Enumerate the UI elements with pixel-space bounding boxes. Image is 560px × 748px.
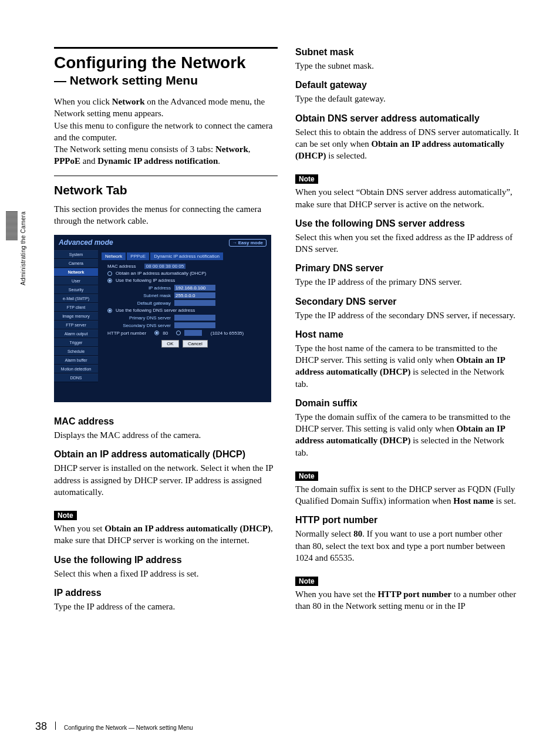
note-badge: Note [54,511,77,520]
ss-mac-value: 08 00 08 38 00 05 [144,264,186,269]
heading-obtain-dns: Obtain DNS server address automatically [295,113,519,124]
ss-sidebar-item[interactable]: Schedule [54,347,98,356]
footer-title: Configuring the Network — Network settin… [64,725,193,731]
ss-http-label: HTTP port number [107,331,146,336]
network-tab-desc: This section provides the menus for conn… [54,203,278,227]
http-custom-radio[interactable] [176,331,181,335]
side-chapter-label: Administrating the Camera [20,211,26,285]
dns-static-radio[interactable] [107,308,112,313]
static-ip-radio[interactable] [107,278,112,283]
ss-http-80: 80 [163,331,168,336]
heading-secondary-dns: Secondary DNS server [295,296,519,307]
text-host-name: Type the host name of the camera to be t… [295,342,519,390]
page-footer: 38 Configuring the Network — Network set… [35,720,193,733]
ss-sidebar-item[interactable]: Network [54,268,98,277]
text-obtain-dns: Select this to obtain the address of DNS… [295,126,519,162]
ss-sidebar-item[interactable]: Security [54,285,98,294]
heading-host-name: Host name [295,329,519,340]
page-edge-marks: Administrating the Camera [6,211,26,285]
easy-mode-button[interactable]: → Easy mode [229,239,266,247]
ss-http-range: (1024 to 65535) [211,331,244,336]
ss-sidebar-item[interactable]: FTP client [54,303,98,312]
ss-opt-static: Use the following IP address [116,278,175,283]
text-use-dns: Select this when you set the fixed addre… [295,231,519,255]
title-block: Configuring the Network — Network settin… [54,47,278,87]
ss-opt-dns: Use the following DNS server address [116,308,195,313]
heading-network-tab: Network Tab [54,183,278,197]
ss-mode-title: Advanced mode [59,238,113,247]
ss-sidebar-item[interactable]: Image memory [54,312,98,321]
page-title: Configuring the Network [54,53,278,72]
ss-sidebar-item[interactable]: FTP server [54,321,98,329]
ss-http-input[interactable] [184,330,202,336]
note-dhcp: When you set Obtain an IP address automa… [54,523,278,547]
ss-sidebar-item[interactable]: Trigger [54,338,98,347]
note-badge: Note [295,174,318,184]
heading-use-ip: Use the following IP address [54,555,278,565]
text-gateway: Type the default gateway. [295,93,519,105]
heading-mac-address: MAC address [54,416,278,427]
ss-tab[interactable]: Network [102,252,126,260]
ss-mask-input[interactable] [174,292,215,298]
text-primary-dns: Type the IP address of the primary DNS s… [295,276,519,288]
note-badge: Note [295,471,318,481]
note-badge: Note [295,577,318,586]
ss-sidebar-item[interactable]: System [54,250,98,259]
ss-ip-label: IP address [119,285,171,291]
ss-sdns-label: Secondary DNS server [119,323,171,328]
ss-sidebar-item[interactable]: User [54,277,98,285]
ss-sidebar-item[interactable]: Alarm output [54,329,98,338]
ss-sidebar-item[interactable]: Camera [54,259,98,268]
heading-use-dns: Use the following DNS server address [295,218,519,229]
right-column: Subnet mask Type the subnet mask. Defaul… [295,47,519,621]
ss-sidebar-item[interactable]: Motion detection [54,365,98,373]
heading-domain-suffix: Domain suffix [295,398,519,409]
text-use-ip: Select this when a fixed IP address is s… [54,568,278,579]
ss-ok-button[interactable]: OK [161,340,179,348]
text-secondary-dns: Type the IP address of the secondary DNS… [295,309,519,321]
ss-opt-dhcp: Obtain an IP address automatically (DHCP… [116,271,206,276]
text-domain-suffix: Type the domain suffix of the camera to … [295,411,519,459]
ss-cancel-button[interactable]: Cancel [183,340,208,348]
text-mac-address: Displays the MAC address of the camera. [54,429,278,441]
ss-sidebar-item[interactable]: e-Mail (SMTP) [54,294,98,303]
text-http-port: Normally select 80. If you want to use a… [295,528,519,564]
ss-mac-label: MAC address [107,264,136,269]
note-http-port: When you have set the HTTP port number t… [295,588,519,612]
decorative-lines [6,211,18,240]
text-ip-address: Type the IP address of the camera. [54,601,278,612]
ss-sdns-input[interactable] [174,322,215,328]
ss-sidebar-item[interactable]: DDNS [54,373,98,382]
ss-mask-label: Subnet mask [119,293,171,298]
ss-tab[interactable]: PPPoE [127,252,149,260]
text-dhcp: DHCP server is installed on the network.… [54,462,278,498]
heading-ip-address: IP address [54,588,278,598]
ss-pdns-input[interactable] [174,315,215,321]
ss-gateway-input[interactable] [174,300,215,306]
ss-gateway-label: Default gateway [119,301,171,306]
intro-paragraph-1: When you click Network on the Advanced m… [54,96,278,167]
page-number: 38 [35,720,47,733]
http-80-radio[interactable] [154,331,159,335]
heading-subnet: Subnet mask [295,47,519,58]
dhcp-radio[interactable] [107,271,112,276]
text-subnet: Type the subnet mask. [295,60,519,72]
ss-sidebar-item[interactable]: Alarm buffer [54,356,98,365]
page-subtitle: — Network setting Menu [54,73,278,87]
embedded-settings-screenshot: Advanced mode → Easy mode SystemCameraNe… [54,235,271,402]
left-column: Configuring the Network — Network settin… [54,47,278,621]
note-domain-suffix: The domain suffix is sent to the DHCP se… [295,483,519,507]
heading-gateway: Default gateway [295,80,519,90]
ss-tab[interactable]: Dynamic IP address notification [150,252,223,260]
heading-http-port: HTTP port number [295,515,519,525]
ss-ip-input[interactable] [174,285,215,291]
note-obtain-dns: When you select “Obtain DNS server addre… [295,186,519,210]
heading-dhcp: Obtain an IP address automatically (DHCP… [54,449,278,460]
ss-pdns-label: Primary DNS server [119,315,171,321]
heading-primary-dns: Primary DNS server [295,263,519,274]
